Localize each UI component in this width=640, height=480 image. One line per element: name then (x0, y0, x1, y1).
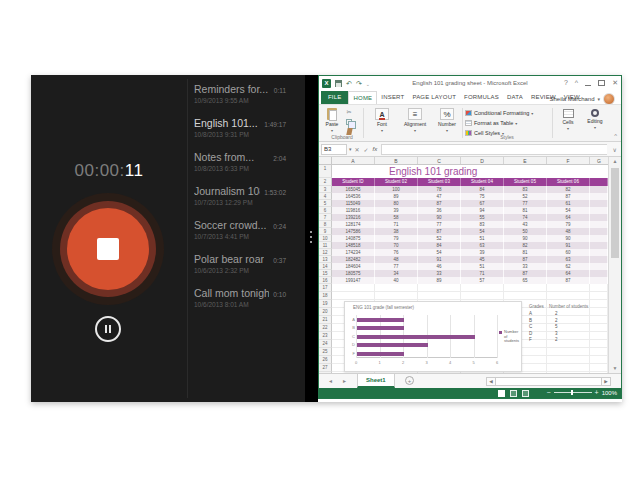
grid-cell[interactable] (590, 284, 608, 292)
grid-cell[interactable]: 62 (547, 263, 590, 270)
recording-item[interactable]: Reminders for...0:1110/9/2013 9:55 AM (194, 83, 286, 105)
row-header[interactable]: 4 (319, 193, 332, 200)
grid-cell[interactable] (590, 207, 608, 214)
grid-cell[interactable]: 87 (504, 270, 547, 277)
grid-cell[interactable] (547, 356, 590, 364)
grid-cell[interactable]: 77 (504, 200, 547, 207)
bar-chart[interactable]: ENG 101 grade (fall semester) Number of … (344, 301, 522, 372)
grid-cell[interactable]: 39 (375, 207, 418, 214)
grid-cell[interactable]: 48 (547, 228, 590, 235)
grid-cell[interactable]: 64 (547, 214, 590, 221)
column-header-c[interactable]: C (418, 157, 461, 164)
enter-icon[interactable]: ✓ (364, 146, 369, 153)
grid-cell[interactable] (504, 284, 547, 292)
grid-cell[interactable]: 83 (504, 186, 547, 193)
row-header[interactable]: 12 (319, 249, 332, 256)
grid-cell[interactable]: 71 (461, 270, 504, 277)
grid-cell[interactable]: 84 (461, 186, 504, 193)
grid-cell[interactable]: 89 (418, 277, 461, 284)
alignment-group-button[interactable]: ≡ Alignment ▾ (399, 108, 431, 133)
row-header[interactable]: 3 (319, 186, 332, 193)
grid-cell[interactable]: 147586 (332, 228, 375, 235)
grid-cell[interactable] (332, 165, 375, 178)
zoom-out-button[interactable]: − (546, 389, 550, 396)
grid-cell[interactable] (375, 284, 418, 292)
grid-cell[interactable] (590, 277, 608, 284)
grid-cell[interactable] (504, 292, 547, 300)
grid-cell[interactable]: 48 (375, 256, 418, 263)
grid-cell[interactable] (590, 235, 608, 242)
editing-group-button[interactable]: Editing ▾ (583, 108, 607, 130)
grid-cell[interactable] (590, 214, 608, 221)
grid-cell[interactable]: 184604 (332, 263, 375, 270)
grid-cell[interactable]: 64 (547, 270, 590, 277)
grid-cell[interactable]: 43 (504, 221, 547, 228)
font-group-button[interactable]: A Font ▾ (369, 108, 395, 133)
grid-cell[interactable]: 148518 (332, 242, 375, 249)
column-header-d[interactable]: D (461, 157, 504, 164)
format-as-table-button[interactable]: Format as Table ▾ (465, 118, 517, 128)
grid-cell-header[interactable]: Student ID (332, 178, 375, 186)
row-header[interactable]: 10 (319, 235, 332, 242)
grid-cell-header[interactable]: Student 03 (418, 178, 461, 186)
close-button[interactable]: ✕ (612, 78, 618, 88)
grid-cell[interactable]: 82 (547, 186, 590, 193)
grid-cell[interactable]: 94 (461, 207, 504, 214)
conditional-formatting-button[interactable]: Conditional Formatting ▾ (465, 108, 533, 118)
grid-cell[interactable]: 33 (504, 263, 547, 270)
minimize-button[interactable] (585, 85, 591, 86)
row-header[interactable]: 20 (319, 308, 332, 316)
grid-cell[interactable]: 71 (375, 221, 418, 228)
grid-cell[interactable]: 39 (461, 249, 504, 256)
grid-cell[interactable]: 91 (547, 242, 590, 249)
undo-button[interactable]: ↶ (346, 80, 352, 88)
restore-button[interactable] (598, 80, 605, 86)
row-header[interactable]: 6 (319, 207, 332, 214)
grid-cell[interactable] (375, 292, 418, 300)
grid-cell[interactable]: 77 (375, 263, 418, 270)
grid-cell[interactable] (590, 200, 608, 207)
tab-file[interactable]: FILE (321, 91, 348, 104)
column-header-b[interactable]: B (375, 157, 418, 164)
grid-cell[interactable]: 58 (375, 214, 418, 221)
page-layout-view-button[interactable] (510, 390, 517, 397)
grid-cell[interactable]: 115049 (332, 200, 375, 207)
row-header[interactable]: 18 (319, 292, 332, 300)
row-header[interactable]: 27 (319, 364, 332, 372)
recording-item[interactable]: Polar bear roar0:3710/6/2013 2:32 PM (194, 253, 286, 275)
scroll-left-icon[interactable]: ◀ (486, 377, 496, 386)
grid-cell[interactable]: 140875 (332, 235, 375, 242)
grid-cell[interactable]: 51 (461, 263, 504, 270)
grid-cell[interactable] (547, 165, 590, 178)
recording-item[interactable]: Notes from...2:0410/8/2013 6:33 PM (194, 151, 286, 173)
grid-cell[interactable]: 54 (461, 228, 504, 235)
number-group-button[interactable]: % Number ▾ (433, 108, 461, 133)
grid-cell[interactable] (590, 292, 608, 300)
grid-cell[interactable] (461, 292, 504, 300)
grid-cell[interactable]: 199147 (332, 277, 375, 284)
row-header[interactable]: 24 (319, 340, 332, 348)
grid-cell[interactable] (590, 228, 608, 235)
row-header[interactable]: 11 (319, 242, 332, 249)
grid-cell[interactable] (590, 263, 608, 270)
grid-cell[interactable]: 79 (375, 235, 418, 242)
previous-sheet-icon[interactable]: ◂ (329, 377, 332, 384)
grid-cell[interactable]: 52 (418, 235, 461, 242)
grid-cell[interactable] (547, 348, 590, 356)
grid-cell[interactable]: 80 (375, 200, 418, 207)
row-header[interactable]: 8 (319, 221, 332, 228)
grid-cell[interactable]: 174234 (332, 249, 375, 256)
row-header[interactable]: 14 (319, 263, 332, 270)
insert-function-icon[interactable]: fx (373, 146, 378, 152)
grid-cell[interactable]: 87 (418, 200, 461, 207)
grid-cell[interactable]: 78 (418, 186, 461, 193)
grid-cell-header[interactable]: Student 02 (375, 178, 418, 186)
row-header[interactable]: 17 (319, 284, 332, 292)
grid-cell[interactable]: 87 (547, 193, 590, 200)
grid-cell[interactable]: 63 (461, 242, 504, 249)
recording-item[interactable]: English 101...1:49:1710/8/2013 9:31 PM (194, 117, 286, 139)
paste-button[interactable]: Paste ▾ (323, 108, 341, 133)
grid-cell[interactable] (590, 356, 608, 364)
grid-cell[interactable] (504, 165, 547, 178)
customize-qat-dropdown[interactable]: ⌄ (366, 81, 370, 87)
